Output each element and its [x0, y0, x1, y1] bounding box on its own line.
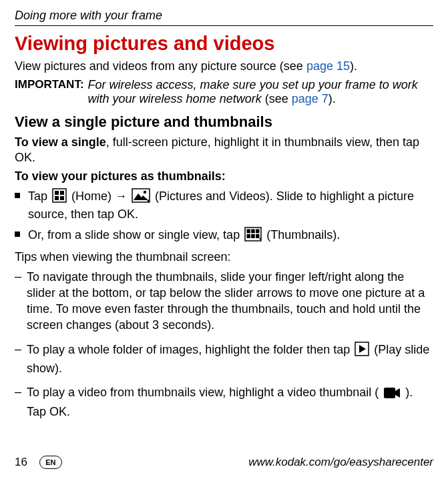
bullet-2-text-b: (Thumbnails).: [266, 228, 340, 242]
dash-list: – To navigate through the thumbnails, sl…: [15, 269, 433, 420]
important-text: For wireless access, make sure you set u…: [88, 78, 433, 107]
thumbnails-icon: [244, 227, 262, 246]
list-item: Or, from a slide show or single view, ta…: [15, 227, 433, 246]
svg-rect-11: [251, 229, 255, 233]
important-label: IMPORTANT:: [15, 78, 84, 107]
intro-text-b: ).: [350, 59, 357, 73]
svg-rect-4: [60, 196, 64, 200]
svg-rect-12: [256, 229, 260, 233]
svg-rect-3: [55, 196, 59, 200]
bullet-1-text-a: Tap: [28, 189, 51, 203]
page-footer: 16 EN www.kodak.com/go/easysharecenter: [15, 456, 433, 469]
svg-rect-19: [384, 388, 395, 398]
dash-marker: –: [15, 269, 27, 284]
svg-rect-2: [60, 191, 64, 195]
bullet-2-text-a: Or, from a slide show or single view, ta…: [28, 228, 243, 242]
list-item: – To play a whole folder of images, high…: [15, 342, 433, 377]
svg-marker-18: [359, 345, 366, 353]
important-note: IMPORTANT: For wireless access, make sur…: [15, 78, 433, 107]
svg-point-7: [144, 191, 146, 193]
dash-2-text-a: To play a whole folder of images, highli…: [27, 343, 353, 356]
play-slideshow-icon: [355, 342, 369, 360]
section-subtitle: View a single picture and thumbnails: [15, 113, 433, 131]
footer-url: www.kodak.com/go/easysharecenter: [248, 456, 433, 469]
dash-marker: –: [15, 384, 27, 400]
important-text-a: For wireless access, make sure you set u…: [88, 78, 418, 106]
list-item: – To navigate through the thumbnails, sl…: [15, 269, 433, 334]
language-badge: EN: [39, 456, 62, 469]
bullet-list: Tap (Home) → (Picture: [15, 188, 433, 246]
page-running-header: Doing more with your frame: [15, 9, 433, 26]
dash-1-text: To navigate through the thumbnails, slid…: [27, 269, 433, 334]
tips-intro: Tips when viewing the thumbnail screen:: [15, 250, 433, 265]
important-text-b: (see: [262, 92, 292, 105]
bullet-1-text-b: (Home) →: [71, 189, 130, 203]
svg-marker-6: [134, 193, 148, 200]
svg-rect-15: [256, 234, 260, 238]
important-text-c: ).: [328, 92, 336, 105]
svg-rect-1: [55, 191, 59, 195]
svg-rect-10: [247, 229, 251, 233]
dash-3-text-a: To play a video from thumbnails view, hi…: [27, 386, 379, 399]
dash-marker: –: [15, 342, 27, 357]
video-thumbnail-icon: [383, 387, 401, 403]
page-title: Viewing pictures and videos: [15, 33, 433, 55]
page-7-link[interactable]: page 7: [292, 92, 328, 105]
view-single-bold: To view a single: [15, 135, 106, 149]
svg-marker-20: [395, 388, 400, 398]
svg-rect-14: [251, 234, 255, 238]
page-number: 16: [15, 456, 27, 469]
view-single-paragraph: To view a single, full-screen picture, h…: [15, 135, 433, 165]
svg-rect-13: [247, 234, 251, 238]
pictures-videos-icon: [132, 188, 150, 207]
intro-text-a: View pictures and videos from any pictur…: [15, 59, 306, 73]
intro-paragraph: View pictures and videos from any pictur…: [15, 59, 433, 74]
list-item: – To play a video from thumbnails view, …: [15, 384, 433, 420]
list-item: Tap (Home) → (Picture: [15, 188, 433, 223]
view-thumbnails-heading: To view your pictures as thumbnails:: [15, 169, 433, 184]
page-15-link[interactable]: page 15: [306, 59, 350, 73]
home-icon: [52, 188, 67, 207]
